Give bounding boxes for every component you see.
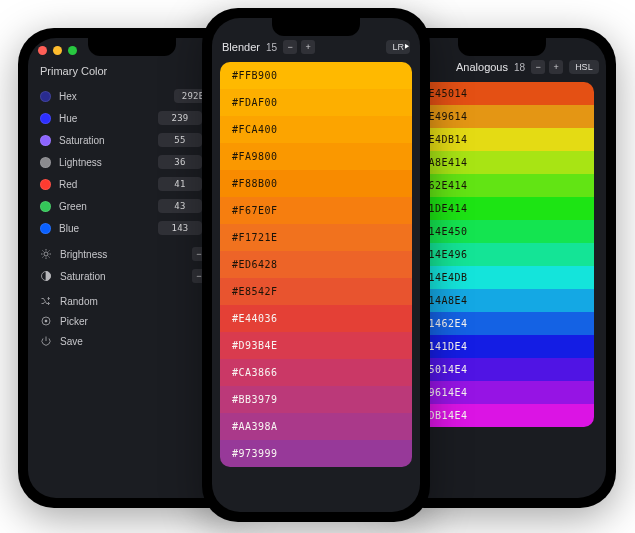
color-dot — [40, 157, 51, 168]
svg-line-8 — [49, 251, 50, 252]
row-label: Lightness — [59, 157, 150, 168]
row-label: Picker — [60, 316, 224, 327]
swatch[interactable]: #F88B00 — [220, 170, 412, 197]
swatch[interactable]: #F67E0F — [220, 197, 412, 224]
blend-mode-toggle[interactable]: LR — [386, 40, 410, 54]
shuffle-icon — [40, 295, 52, 307]
swatch[interactable]: #AA398A — [220, 413, 412, 440]
color-mode-toggle[interactable]: HSL — [569, 60, 599, 74]
svg-line-6 — [49, 257, 50, 258]
swatch[interactable]: #14A8E4 — [402, 289, 594, 312]
row-label: Green — [59, 201, 150, 212]
swatch[interactable]: #62E414 — [402, 174, 594, 197]
power-icon — [40, 335, 52, 347]
row-label: Saturation — [59, 135, 150, 146]
swatch[interactable]: #BB3979 — [220, 386, 412, 413]
swatch[interactable]: #FCA400 — [220, 116, 412, 143]
swatch[interactable]: #E4DB14 — [402, 128, 594, 151]
row-label: Save — [60, 336, 224, 347]
swatch[interactable]: #1462E4 — [402, 312, 594, 335]
row-value[interactable]: 143 — [158, 221, 202, 235]
row-label: Brightness — [60, 249, 184, 260]
swatch-count: 18 — [514, 62, 525, 73]
color-dot — [40, 135, 51, 146]
notch — [272, 18, 360, 36]
zoom-dot[interactable] — [68, 46, 77, 55]
analogous-swatch-list: #E45014#E49614#E4DB14#A8E414#62E414#1DE4… — [402, 82, 594, 427]
swatch[interactable]: #973999 — [220, 440, 412, 467]
swatch[interactable]: #5014E4 — [402, 358, 594, 381]
row-label: Hex — [59, 91, 166, 102]
swatch[interactable]: #CA3866 — [220, 359, 412, 386]
color-dot — [40, 179, 51, 190]
minus-button[interactable]: − — [283, 40, 297, 54]
notch — [458, 38, 546, 56]
swatch[interactable]: #FDAF00 — [220, 89, 412, 116]
row-value[interactable]: 43 — [158, 199, 202, 213]
row-label: Blue — [59, 223, 150, 234]
swatch[interactable]: #141DE4 — [402, 335, 594, 358]
swatch[interactable]: #A8E414 — [402, 151, 594, 174]
swatch[interactable]: #D93B4E — [220, 332, 412, 359]
row-value[interactable]: 36 — [158, 155, 202, 169]
swatch[interactable]: #FA9800 — [220, 143, 412, 170]
minimize-dot[interactable] — [53, 46, 62, 55]
swatch[interactable]: #F1721E — [220, 224, 412, 251]
contrast-icon — [40, 270, 52, 282]
row-value[interactable]: 41 — [158, 177, 202, 191]
swatch[interactable]: #ED6428 — [220, 251, 412, 278]
svg-line-7 — [43, 257, 44, 258]
svg-point-11 — [45, 320, 47, 322]
blender-swatch-list: #FFB900#FDAF00#FCA400#FA9800#F88B00#F67E… — [220, 62, 412, 467]
mode-title: Analogous — [456, 61, 508, 73]
row-value[interactable]: 239 — [158, 111, 202, 125]
swatch[interactable]: #E44036 — [220, 305, 412, 332]
swatch[interactable]: #14E4DB — [402, 266, 594, 289]
color-dot — [40, 223, 51, 234]
swatch[interactable]: #E8542F — [220, 278, 412, 305]
color-dot — [40, 201, 51, 212]
plus-button[interactable]: + — [549, 60, 563, 74]
swatch[interactable]: #14E496 — [402, 243, 594, 266]
row-label: Random — [60, 296, 224, 307]
brightness-icon — [40, 248, 52, 260]
color-dot — [40, 113, 51, 124]
color-dot — [40, 91, 51, 102]
plus-button[interactable]: + — [301, 40, 315, 54]
svg-point-0 — [44, 252, 48, 256]
row-value[interactable]: 55 — [158, 133, 202, 147]
target-icon — [40, 315, 52, 327]
svg-line-5 — [43, 251, 44, 252]
swatch[interactable]: #DB14E4 — [402, 404, 594, 427]
swatch[interactable]: #E45014 — [402, 82, 594, 105]
row-label: Hue — [59, 113, 150, 124]
swatch[interactable]: #9614E4 — [402, 381, 594, 404]
swatch-count: 15 — [266, 42, 277, 53]
swatch[interactable]: #E49614 — [402, 105, 594, 128]
minus-button[interactable]: − — [531, 60, 545, 74]
swatch[interactable]: #1DE414 — [402, 197, 594, 220]
swatch[interactable]: #14E450 — [402, 220, 594, 243]
swatch[interactable]: #FFB900 — [220, 62, 412, 89]
notch — [88, 38, 176, 56]
close-dot[interactable] — [38, 46, 47, 55]
phone-center: Blender 15 − + LR #FFB900#FDAF00#FCA400#… — [202, 8, 430, 522]
row-label: Red — [59, 179, 150, 190]
row-label: Saturation — [60, 271, 184, 282]
mode-title: Blender — [222, 41, 260, 53]
